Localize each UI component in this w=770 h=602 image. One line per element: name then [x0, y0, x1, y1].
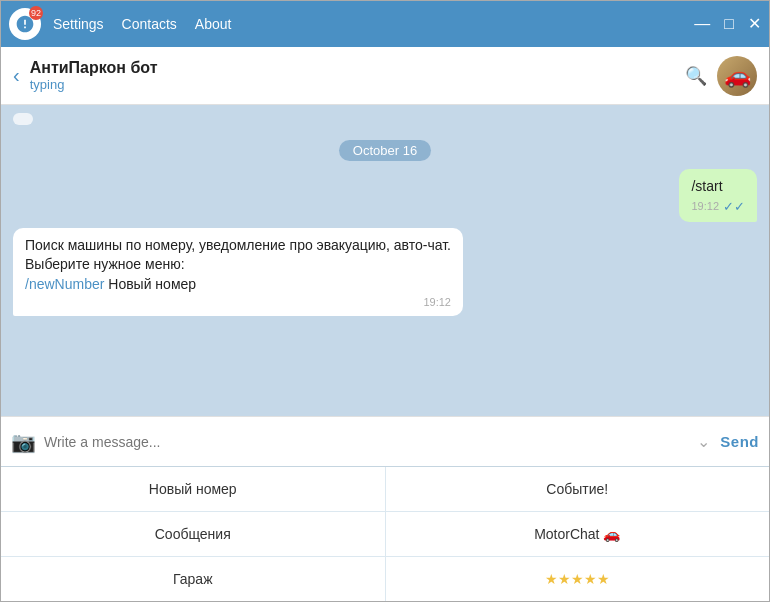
expand-icon[interactable]: ⌄	[697, 432, 710, 451]
message-input[interactable]	[44, 434, 697, 450]
date-label: October 16	[339, 140, 431, 161]
menu-contacts[interactable]: Contacts	[122, 16, 177, 32]
app-window: 92 Settings Contacts About — □ ✕ ‹ АнтиП…	[0, 0, 770, 602]
menu-settings[interactable]: Settings	[53, 16, 104, 32]
stars-rating: ★★★★★	[545, 571, 610, 587]
keyboard-button-event[interactable]: Событие!	[386, 467, 770, 511]
date-separator: October 16	[13, 141, 757, 159]
incoming-bubble: Поиск машины по номеру, уведомление про …	[13, 228, 463, 317]
message-text: Поиск машины по номеру, уведомление про …	[25, 236, 451, 295]
titlebar: 92 Settings Contacts About — □ ✕	[1, 1, 769, 47]
search-icon[interactable]: 🔍	[685, 65, 707, 87]
message-text: /start	[691, 177, 745, 197]
keyboard-button-stars[interactable]: ★★★★★	[386, 557, 770, 601]
command-link[interactable]: /newNumber	[25, 276, 104, 292]
back-button[interactable]: ‹	[13, 64, 20, 87]
attach-icon[interactable]: 📷	[11, 430, 36, 454]
menu-about[interactable]: About	[195, 16, 232, 32]
avatar-emoji: 🚗	[724, 63, 751, 89]
maximize-button[interactable]: □	[724, 16, 734, 32]
message-row: Поиск машины по номеру, уведомление про …	[13, 228, 757, 317]
chat-info: АнтиПаркон бот typing	[30, 59, 685, 92]
chat-body: October 16 /start 19:12 ✓✓ Поиск машины …	[1, 105, 769, 416]
partial-message	[13, 113, 33, 125]
chat-status: typing	[30, 77, 685, 92]
input-bar: 📷 ⌄ Send	[1, 416, 769, 466]
minimize-button[interactable]: —	[694, 16, 710, 32]
chat-name: АнтиПаркон бот	[30, 59, 685, 77]
window-controls: — □ ✕	[694, 16, 761, 32]
keyboard-button-garage[interactable]: Гараж	[1, 557, 385, 601]
message-row: /start 19:12 ✓✓	[13, 169, 757, 222]
bot-keyboard: Новый номер Событие! Сообщения MotorChat…	[1, 466, 769, 601]
app-logo: 92	[9, 8, 41, 40]
avatar: 🚗	[717, 56, 757, 96]
message-time: 19:12	[423, 296, 451, 308]
outgoing-bubble: /start 19:12 ✓✓	[679, 169, 757, 222]
chat-header: ‹ АнтиПаркон бот typing 🔍 🚗	[1, 47, 769, 105]
keyboard-button-messages[interactable]: Сообщения	[1, 512, 385, 556]
send-button[interactable]: Send	[720, 433, 759, 450]
notification-badge: 92	[29, 6, 43, 20]
checkmarks-icon: ✓✓	[723, 199, 745, 214]
keyboard-button-new-number[interactable]: Новый номер	[1, 467, 385, 511]
close-button[interactable]: ✕	[748, 16, 761, 32]
keyboard-button-motorchat[interactable]: MotorChat 🚗	[386, 512, 770, 556]
message-time: 19:12	[691, 200, 719, 212]
message-footer: 19:12	[25, 296, 451, 308]
titlebar-menu: Settings Contacts About	[53, 16, 231, 32]
message-footer: 19:12 ✓✓	[691, 199, 745, 214]
